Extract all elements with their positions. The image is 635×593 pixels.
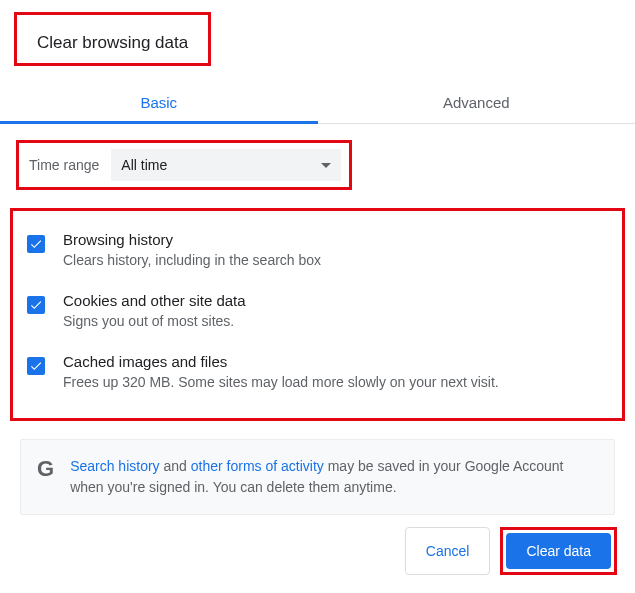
option-text: Cookies and other site data Signs you ou…	[63, 292, 246, 329]
cancel-button[interactable]: Cancel	[405, 527, 491, 575]
google-account-info: G Search history and other forms of acti…	[20, 439, 615, 515]
option-cached: Cached images and files Frees up 320 MB.…	[23, 343, 612, 404]
tab-advanced[interactable]: Advanced	[318, 80, 636, 123]
checkbox-cookies[interactable]	[27, 296, 45, 314]
option-desc: Frees up 320 MB. Some sites may load mor…	[63, 374, 499, 390]
chevron-down-icon	[321, 163, 331, 168]
tab-basic[interactable]: Basic	[0, 80, 318, 123]
checkbox-cached[interactable]	[27, 357, 45, 375]
clear-data-highlight: Clear data	[500, 527, 617, 575]
time-range-select[interactable]: All time	[111, 149, 341, 181]
dialog-title-highlight: Clear browsing data	[14, 12, 211, 66]
dialog-footer: Cancel Clear data	[405, 527, 617, 575]
info-text-fragment: and	[160, 458, 191, 474]
tabs: Basic Advanced	[0, 80, 635, 124]
options-list: Browsing history Clears history, includi…	[10, 208, 625, 421]
option-text: Browsing history Clears history, includi…	[63, 231, 321, 268]
option-text: Cached images and files Frees up 320 MB.…	[63, 353, 499, 390]
option-desc: Signs you out of most sites.	[63, 313, 246, 329]
option-label: Browsing history	[63, 231, 321, 248]
link-search-history[interactable]: Search history	[70, 458, 159, 474]
check-icon	[29, 237, 43, 251]
clear-data-button[interactable]: Clear data	[506, 533, 611, 569]
check-icon	[29, 359, 43, 373]
clear-browsing-data-dialog: Clear browsing data Basic Advanced Time …	[0, 0, 635, 515]
link-other-activity[interactable]: other forms of activity	[191, 458, 324, 474]
option-browsing-history: Browsing history Clears history, includi…	[23, 221, 612, 282]
dialog-title: Clear browsing data	[17, 15, 208, 63]
checkbox-browsing-history[interactable]	[27, 235, 45, 253]
option-cookies: Cookies and other site data Signs you ou…	[23, 282, 612, 343]
info-text: Search history and other forms of activi…	[70, 456, 598, 498]
option-label: Cached images and files	[63, 353, 499, 370]
time-range-value: All time	[121, 157, 167, 173]
check-icon	[29, 298, 43, 312]
time-range-row: Time range All time	[16, 140, 352, 190]
option-label: Cookies and other site data	[63, 292, 246, 309]
google-icon: G	[37, 458, 54, 480]
option-desc: Clears history, including in the search …	[63, 252, 321, 268]
time-range-label: Time range	[27, 153, 101, 177]
